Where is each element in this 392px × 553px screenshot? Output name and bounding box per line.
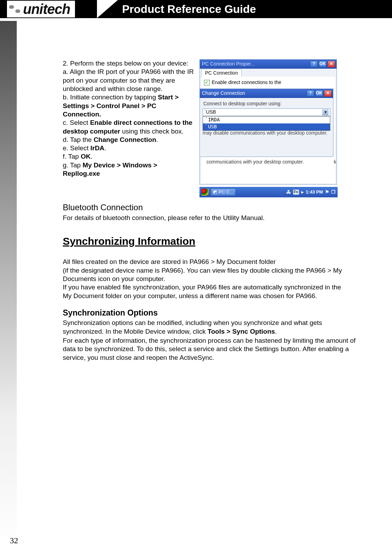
step-g: g. Tap My Device > Windows > Repllog.exe [63, 161, 195, 178]
page-number: 32 [10, 536, 18, 545]
chevron-down-icon: ▾ [322, 109, 329, 115]
step-intro: 2. Perform the steps below on your devic… [63, 59, 195, 68]
step-d-bold: Change Connection [93, 136, 156, 143]
taskbar: ◩ PC C... 🖧 Fn ▸ 1:43 PM ⚑ ❐ [199, 187, 338, 197]
taskbar-left: ◩ PC C... [202, 188, 236, 196]
titlebar-buttons: ? OK ✕ [310, 61, 335, 68]
help-button[interactable]: ? [310, 61, 318, 68]
change-connection-titlebar: Change Connection ? OK ✕ [200, 89, 333, 98]
step-e-pre: e. Select [63, 144, 90, 152]
step-d: d. Tap the Change Connection. [63, 136, 195, 144]
step-e: e. Select IrDA. [63, 144, 195, 152]
instructions-row: 2. Perform the steps below on your devic… [63, 59, 363, 197]
instruction-steps: 2. Perform the steps below on your devic… [63, 59, 195, 178]
fn-indicator: Fn [293, 189, 299, 195]
start-button-icon[interactable] [202, 189, 209, 196]
embedded-screenshot: PC Connection Proper... ? OK ✕ PC Connec… [199, 59, 338, 197]
background-note-text: communications with your desktop compute… [206, 159, 336, 165]
sync-info-paragraph: All files created on the device are stor… [63, 258, 349, 300]
step-d-pre: d. Tap the [63, 136, 93, 143]
stray-letter: k [334, 159, 336, 165]
bluetooth-heading: Bluetooth Connection [63, 202, 363, 213]
enable-direct-label: Enable direct connections to the [212, 79, 281, 86]
sync-options-p1-post: . [275, 328, 277, 335]
step-g-pre: g. Tap [63, 161, 83, 169]
step-f-bold: OK [81, 153, 91, 160]
step-f-post: . [91, 153, 92, 160]
header-slant [97, 0, 118, 18]
help-button-2[interactable]: ? [307, 90, 314, 97]
close-button-2[interactable]: ✕ [324, 90, 332, 97]
brand-logo: unitech [7, 1, 75, 17]
tray-icon-1: 🖧 [286, 189, 291, 195]
close-button[interactable]: ✕ [327, 61, 335, 68]
taskbar-app-label: PC C... [219, 189, 233, 195]
connection-combo[interactable]: `USB ▾ [203, 108, 330, 116]
content-area: 2. Perform the steps below on your devic… [63, 59, 363, 362]
step-d-post: . [156, 136, 158, 143]
ok-button-2[interactable]: OK [315, 90, 323, 97]
sync-options-p2: For each type of information, the synchr… [63, 336, 363, 362]
pc-connection-tab[interactable]: PC Connection [201, 69, 242, 77]
sync-options-p1: Synchronization options can be modified,… [63, 319, 363, 336]
step-c-pre: c. Select [63, 119, 90, 126]
sync-p3: If you have enabled file synchronization… [63, 283, 349, 300]
clock: 1:43 PM [306, 189, 323, 195]
taskbar-app-button[interactable]: ◩ PC C... [211, 188, 236, 196]
brand-name: unitech [23, 1, 70, 17]
pc-connection-titlebar: PC Connection Proper... ? OK ✕ [200, 60, 337, 69]
sync-p1: All files created on the device are stor… [63, 258, 349, 266]
side-gradient-rail [0, 21, 17, 537]
step-b: b. Initiate connection by tapping Start … [63, 93, 195, 119]
step-f: f. Tap OK. [63, 152, 195, 161]
tray-caret-icon: ▸ [301, 189, 304, 195]
step-c: c. Select Enable direct connections to t… [63, 119, 195, 136]
sync-options-p1-bold: Tools > Sync Options [208, 328, 275, 335]
step-e-bold: IrDA [90, 144, 104, 152]
enable-direct-row: ✓ Enable direct connections to the [204, 79, 281, 86]
sync-options-p1-pre: Synchronization options can be modified,… [63, 319, 322, 335]
step-c-post: using this check box. [120, 128, 184, 135]
step-a: a. Align the IR port of your PA966 with … [63, 68, 195, 93]
step-e-post: . [104, 144, 106, 152]
sync-p2: (if the designated device name is PA966)… [63, 266, 349, 283]
connect-using-label: Connect to desktop computer using: [203, 101, 281, 107]
step-f-pre: f. Tap [63, 153, 81, 160]
option-irda[interactable]: `IRDA [203, 116, 330, 123]
change-connection-title-text: Change Connection [202, 90, 245, 97]
bluetooth-text: For details of bluetooth connection, ple… [63, 214, 363, 222]
connection-listbox: `IRDA `USB [203, 116, 330, 131]
background-note: communications with your desktop compute… [206, 159, 304, 165]
sync-info-heading: Synchronizing Information [63, 235, 363, 248]
change-connection-window: Change Connection ? OK ✕ Connect to desk… [199, 89, 333, 157]
option-usb[interactable]: `USB [203, 123, 330, 130]
tray-flag-icon: ⚑ [325, 189, 329, 195]
taskbar-tray: 🖧 Fn ▸ 1:43 PM ⚑ ❐ [286, 189, 336, 195]
enable-direct-checkbox[interactable]: ✓ [204, 80, 210, 85]
titlebar-buttons-2: ? OK ✕ [307, 90, 332, 97]
sync-options-heading: Synchronization Options [63, 308, 363, 318]
header-bar: unitech Product Reference Guide [0, 0, 392, 18]
page-title: Product Reference Guide [122, 0, 256, 18]
ok-button[interactable]: OK [319, 61, 326, 68]
tray-desktop-icon[interactable]: ❐ [331, 189, 336, 195]
change-connection-note: may disable communications with your des… [203, 130, 330, 136]
brand-logo-icon [9, 3, 21, 15]
pc-connection-title-text: PC Connection Proper... [202, 61, 255, 67]
connection-combo-value: `USB [204, 109, 216, 115]
taskbar-app-icon: ◩ [213, 189, 217, 195]
step-b-pre: b. Initiate connection by tapping [63, 93, 158, 101]
